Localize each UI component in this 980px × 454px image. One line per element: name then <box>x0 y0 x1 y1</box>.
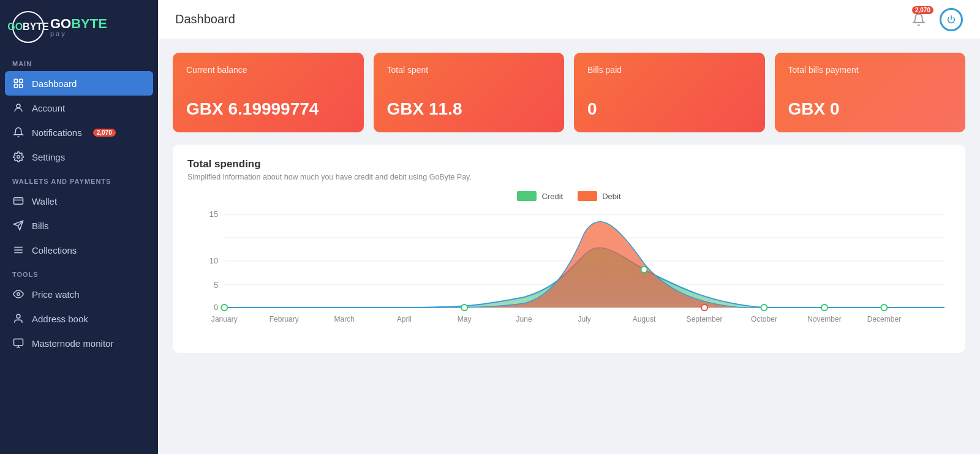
wallet-icon <box>12 195 24 207</box>
point-nov <box>821 305 827 311</box>
svg-text:February: February <box>270 315 299 323</box>
bell-icon <box>912 13 925 26</box>
legend-debit-color <box>578 191 597 201</box>
point-sep <box>701 305 707 311</box>
chart-container: 15 10 5 0 <box>187 208 951 343</box>
svg-text:January: January <box>211 315 238 323</box>
header-actions: 2,070 <box>908 8 963 31</box>
legend-debit-label: Debit <box>602 192 620 201</box>
sidebar-label-addressbook: Address book <box>32 314 88 324</box>
svg-text:September: September <box>687 315 723 323</box>
svg-text:0: 0 <box>214 303 218 312</box>
sidebar-label-dashboard: Dashboard <box>32 78 77 89</box>
point-jan <box>221 305 227 311</box>
svg-rect-15 <box>14 339 23 346</box>
svg-rect-6 <box>14 198 23 205</box>
section-wallets: Wallets and Payments <box>0 169 158 189</box>
svg-text:August: August <box>633 315 656 323</box>
legend-credit: Credit <box>517 191 563 201</box>
svg-point-5 <box>17 156 20 159</box>
chart-panel: Total spending Simplified information ab… <box>173 145 965 353</box>
stat-value-bills: 0 <box>587 99 752 119</box>
sidebar-item-collections[interactable]: Collections <box>0 238 158 262</box>
collections-icon <box>12 244 24 256</box>
sidebar-item-dashboard[interactable]: Dashboard <box>5 71 153 96</box>
svg-text:5: 5 <box>214 281 218 290</box>
chart-title: Total spending <box>187 158 951 170</box>
sidebar-label-notifications: Notifications <box>32 127 82 138</box>
sidebar-item-pricewatch[interactable]: Price watch <box>0 282 158 306</box>
dashboard-icon <box>12 77 24 89</box>
header: Dashboard 2,070 <box>158 0 980 39</box>
logo-go: GO <box>7 21 23 32</box>
notifications-badge: 2,070 <box>93 129 116 137</box>
sidebar-label-account: Account <box>32 103 65 113</box>
sidebar-label-settings: Settings <box>32 152 65 162</box>
point-dec <box>881 305 887 311</box>
svg-rect-0 <box>14 79 17 82</box>
svg-rect-1 <box>20 79 23 82</box>
sidebar-label-wallet: Wallet <box>32 196 57 206</box>
sidebar-label-bills: Bills <box>32 221 49 231</box>
svg-text:June: June <box>516 315 532 323</box>
sidebar-item-account[interactable]: Account <box>0 96 158 120</box>
sidebar-label-masternodemonitor: Masternode monitor <box>32 338 113 349</box>
svg-rect-3 <box>20 85 23 88</box>
logo-go-text: GO <box>50 17 71 31</box>
sidebar: GOBYTE GOBYTE pay Main Dashboard Account… <box>0 0 158 454</box>
logo: GOBYTE GOBYTE pay <box>0 0 158 51</box>
section-tools: Tools <box>0 262 158 282</box>
sidebar-label-pricewatch: Price watch <box>32 289 80 300</box>
stat-card-balance: Current balance GBX 6.19999774 <box>173 53 364 132</box>
content-area: Current balance GBX 6.19999774 Total spe… <box>158 39 980 454</box>
stat-label-spent: Total spent <box>387 65 551 75</box>
addressbook-icon <box>12 312 24 325</box>
stat-value-balance: GBX 6.19999774 <box>186 99 350 119</box>
chart-svg: 15 10 5 0 <box>187 208 951 343</box>
svg-text:May: May <box>458 315 472 323</box>
svg-text:March: March <box>334 315 354 323</box>
stat-value-spent: GBX 11.8 <box>387 99 551 119</box>
logo-pay-text: pay <box>50 31 107 37</box>
pricewatch-icon <box>12 288 24 300</box>
sidebar-item-notifications[interactable]: Notifications 2,070 <box>0 120 158 145</box>
svg-text:July: July <box>578 315 590 323</box>
legend-debit: Debit <box>578 191 620 201</box>
account-icon <box>12 102 24 114</box>
svg-text:November: November <box>807 315 842 323</box>
svg-rect-2 <box>14 85 17 88</box>
sidebar-item-wallet[interactable]: Wallet <box>0 189 158 213</box>
chart-subtitle: Simplified information about how much yo… <box>187 173 951 181</box>
sidebar-item-addressbook[interactable]: Address book <box>0 306 158 331</box>
logo-byte-text: BYTE <box>71 17 107 31</box>
stat-card-total-bills: Total bills payment GBX 0 <box>775 53 966 132</box>
bills-icon <box>12 219 24 232</box>
svg-text:April: April <box>397 315 412 323</box>
stats-row: Current balance GBX 6.19999774 Total spe… <box>173 53 965 132</box>
power-icon <box>946 15 956 25</box>
stat-label-bills: Bills paid <box>587 65 752 75</box>
chart-legend: Credit Debit <box>187 191 951 201</box>
point-aug <box>641 267 647 273</box>
main-content: Dashboard 2,070 Current balance GBX 6.19… <box>158 0 980 454</box>
header-notification-button[interactable]: 2,070 <box>908 9 930 31</box>
sidebar-item-masternodemonitor[interactable]: Masternode monitor <box>0 331 158 355</box>
svg-text:10: 10 <box>209 256 219 265</box>
point-oct <box>761 305 767 311</box>
svg-text:15: 15 <box>209 210 219 219</box>
svg-text:December: December <box>867 315 902 323</box>
power-button[interactable] <box>940 8 963 31</box>
stat-value-total-bills: GBX 0 <box>788 99 952 119</box>
debit-area <box>224 222 944 308</box>
sidebar-item-settings[interactable]: Settings <box>0 145 158 169</box>
stat-card-bills: Bills paid 0 <box>574 53 765 132</box>
stat-card-spent: Total spent GBX 11.8 <box>374 53 565 132</box>
notifications-icon <box>12 126 24 138</box>
sidebar-item-bills[interactable]: Bills <box>0 213 158 238</box>
svg-point-14 <box>17 314 20 318</box>
svg-point-13 <box>17 293 20 296</box>
svg-text:October: October <box>751 315 777 323</box>
svg-point-4 <box>17 104 20 108</box>
section-main: Main <box>0 51 158 71</box>
settings-icon <box>12 151 24 163</box>
